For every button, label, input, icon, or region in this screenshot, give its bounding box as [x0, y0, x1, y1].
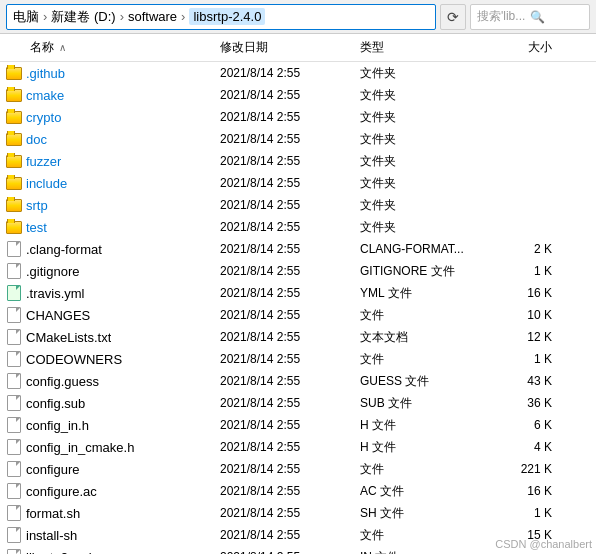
table-row[interactable]: .travis.yml2021/8/14 2:55YML 文件16 K: [0, 282, 596, 304]
file-name-cell: configure.ac: [0, 483, 220, 499]
file-name-label: config.guess: [26, 374, 99, 389]
file-icon: [6, 373, 22, 389]
file-size: 12 K: [480, 330, 560, 344]
file-icon: [6, 527, 22, 543]
table-row[interactable]: config_in.h2021/8/14 2:55H 文件6 K: [0, 414, 596, 436]
file-size: 36 K: [480, 396, 560, 410]
file-name-label: srtp: [26, 198, 48, 213]
table-row[interactable]: .github2021/8/14 2:55文件夹: [0, 62, 596, 84]
table-row[interactable]: .gitignore2021/8/14 2:55GITIGNORE 文件1 K: [0, 260, 596, 282]
table-row[interactable]: config_in_cmake.h2021/8/14 2:55H 文件4 K: [0, 436, 596, 458]
file-date: 2021/8/14 2:55: [220, 506, 360, 520]
file-name-cell: include: [0, 175, 220, 191]
file-name-label: .gitignore: [26, 264, 79, 279]
breadcrumb-item-1[interactable]: 新建卷 (D:): [51, 8, 115, 26]
table-row[interactable]: configure.ac2021/8/14 2:55AC 文件16 K: [0, 480, 596, 502]
file-icon: [6, 549, 22, 554]
folder-icon: [6, 197, 22, 213]
file-date: 2021/8/14 2:55: [220, 528, 360, 542]
table-row[interactable]: libsrtp2.pc.in2021/8/14 2:55IN 文件: [0, 546, 596, 554]
col-size-header[interactable]: 大小: [480, 39, 560, 56]
file-size: 16 K: [480, 484, 560, 498]
table-row[interactable]: CMakeLists.txt2021/8/14 2:55文本文档12 K: [0, 326, 596, 348]
file-type: YML 文件: [360, 285, 480, 302]
folder-icon: [6, 153, 22, 169]
file-date: 2021/8/14 2:55: [220, 418, 360, 432]
table-row[interactable]: cmake2021/8/14 2:55文件夹: [0, 84, 596, 106]
file-name-label: test: [26, 220, 47, 235]
file-date: 2021/8/14 2:55: [220, 396, 360, 410]
file-name-cell: config.sub: [0, 395, 220, 411]
column-headers: 名称 ∧ 修改日期 类型 大小: [0, 34, 596, 62]
file-name-cell: install-sh: [0, 527, 220, 543]
file-date: 2021/8/14 2:55: [220, 286, 360, 300]
folder-icon: [6, 87, 22, 103]
col-date-header[interactable]: 修改日期: [220, 39, 360, 56]
table-row[interactable]: fuzzer2021/8/14 2:55文件夹: [0, 150, 596, 172]
file-type: 文件夹: [360, 65, 480, 82]
file-date: 2021/8/14 2:55: [220, 88, 360, 102]
file-name-cell: .clang-format: [0, 241, 220, 257]
file-name-cell: CHANGES: [0, 307, 220, 323]
table-row[interactable]: crypto2021/8/14 2:55文件夹: [0, 106, 596, 128]
table-row[interactable]: format.sh2021/8/14 2:55SH 文件1 K: [0, 502, 596, 524]
table-row[interactable]: doc2021/8/14 2:55文件夹: [0, 128, 596, 150]
breadcrumb-item-2[interactable]: software: [128, 9, 177, 24]
table-row[interactable]: config.guess2021/8/14 2:55GUESS 文件43 K: [0, 370, 596, 392]
file-name-label: CODEOWNERS: [26, 352, 122, 367]
file-date: 2021/8/14 2:55: [220, 264, 360, 278]
file-type: GITIGNORE 文件: [360, 263, 480, 280]
folder-icon: [6, 65, 22, 81]
file-name-label: include: [26, 176, 67, 191]
table-row[interactable]: include2021/8/14 2:55文件夹: [0, 172, 596, 194]
file-icon: [6, 285, 22, 301]
folder-icon: [6, 219, 22, 235]
table-row[interactable]: config.sub2021/8/14 2:55SUB 文件36 K: [0, 392, 596, 414]
file-size: 6 K: [480, 418, 560, 432]
file-list: .github2021/8/14 2:55文件夹cmake2021/8/14 2…: [0, 62, 596, 554]
file-name-cell: CMakeLists.txt: [0, 329, 220, 345]
table-row[interactable]: CHANGES2021/8/14 2:55文件10 K: [0, 304, 596, 326]
file-type: H 文件: [360, 439, 480, 456]
search-icon: 🔍: [530, 10, 583, 24]
file-name-cell: format.sh: [0, 505, 220, 521]
file-type: 文件夹: [360, 131, 480, 148]
file-date: 2021/8/14 2:55: [220, 176, 360, 190]
file-name-cell: srtp: [0, 197, 220, 213]
breadcrumb-path[interactable]: 电脑 › 新建卷 (D:) › software › libsrtp-2.4.0: [6, 4, 436, 30]
file-icon: [6, 505, 22, 521]
folder-icon: [6, 131, 22, 147]
file-type: 文件: [360, 307, 480, 324]
file-type: 文本文档: [360, 329, 480, 346]
col-name-header[interactable]: 名称 ∧: [0, 39, 220, 56]
folder-icon: [6, 175, 22, 191]
file-type: 文件: [360, 527, 480, 544]
breadcrumb-item-3[interactable]: libsrtp-2.4.0: [189, 8, 265, 25]
file-name-label: .clang-format: [26, 242, 102, 257]
table-row[interactable]: test2021/8/14 2:55文件夹: [0, 216, 596, 238]
file-type: 文件夹: [360, 87, 480, 104]
table-row[interactable]: CODEOWNERS2021/8/14 2:55文件1 K: [0, 348, 596, 370]
file-name-cell: configure: [0, 461, 220, 477]
refresh-button[interactable]: ⟳: [440, 4, 466, 30]
file-name-cell: test: [0, 219, 220, 235]
folder-icon: [6, 109, 22, 125]
file-icon: [6, 439, 22, 455]
file-name-cell: config_in_cmake.h: [0, 439, 220, 455]
file-date: 2021/8/14 2:55: [220, 374, 360, 388]
col-type-header[interactable]: 类型: [360, 39, 480, 56]
search-placeholder: 搜索'lib...: [477, 8, 530, 25]
table-row[interactable]: configure2021/8/14 2:55文件221 K: [0, 458, 596, 480]
search-box[interactable]: 搜索'lib... 🔍: [470, 4, 590, 30]
file-name-label: crypto: [26, 110, 61, 125]
table-row[interactable]: .clang-format2021/8/14 2:55CLANG-FORMAT.…: [0, 238, 596, 260]
file-name-label: CMakeLists.txt: [26, 330, 111, 345]
breadcrumb-item-0[interactable]: 电脑: [13, 8, 39, 26]
file-type: 文件夹: [360, 197, 480, 214]
file-date: 2021/8/14 2:55: [220, 550, 360, 554]
file-name-label: libsrtp2.pc.in: [26, 550, 99, 555]
file-date: 2021/8/14 2:55: [220, 330, 360, 344]
table-row[interactable]: install-sh2021/8/14 2:55文件15 K: [0, 524, 596, 546]
file-icon: [6, 417, 22, 433]
table-row[interactable]: srtp2021/8/14 2:55文件夹: [0, 194, 596, 216]
